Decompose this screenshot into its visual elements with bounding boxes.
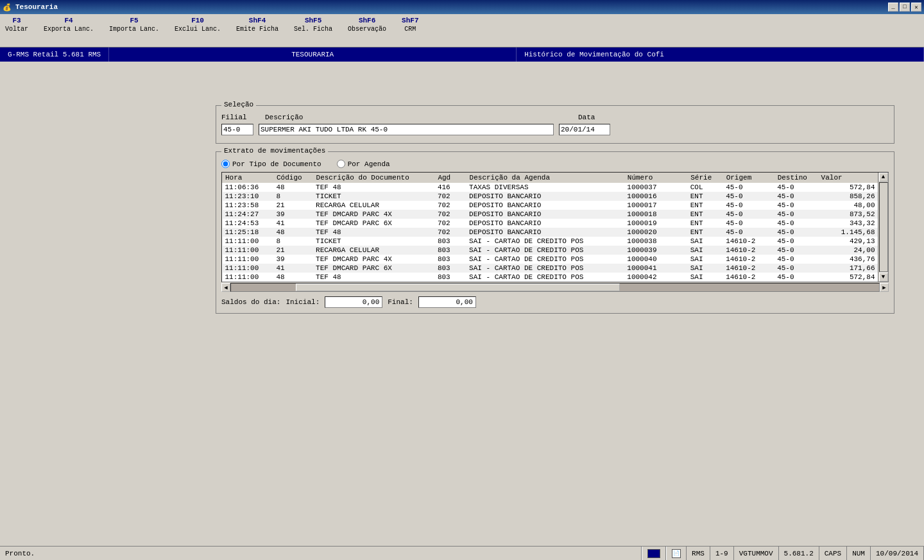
table-row[interactable]: 11:11:0021RECARGA CELULAR803SAI - CARTAO… [223, 246, 878, 255]
hscroll-thumb[interactable] [296, 284, 620, 291]
close-button[interactable]: ✕ [911, 3, 921, 12]
cell-dagenda: DEPOSITO BANCARIO [466, 228, 624, 237]
table-row[interactable]: 11:24:2739TEF DMCARD PARC 4X702DEPOSITO … [223, 210, 878, 219]
radio-tipo-doc[interactable]: Por Tipo de Documento [221, 160, 321, 168]
hscroll-track[interactable] [230, 283, 880, 292]
col-desc-header: Descrição do Documento [313, 173, 435, 183]
cell-codigo: 21 [274, 201, 314, 210]
toolbar-f5-label: Importa Lanc. [109, 26, 159, 33]
radio-agenda-input[interactable] [337, 160, 345, 168]
toolbar-shf4-label: Emite Ficha [236, 26, 278, 33]
cell-codigo: 39 [274, 210, 314, 219]
status-user: VGTUMMOV [734, 547, 779, 560]
app-icon: 💰 [3, 3, 12, 12]
cell-codigo: 48 [274, 273, 314, 282]
cell-descricao: RECARGA CELULAR [313, 246, 435, 255]
toolbar-shf4[interactable]: ShF4 Emite Ficha [236, 17, 278, 33]
cell-destino: 45-0 [774, 219, 818, 228]
scroll-thumb[interactable] [879, 182, 888, 272]
horizontal-scrollbar[interactable]: ◀ ▶ [221, 282, 889, 293]
scroll-right-button[interactable]: ▶ [880, 283, 889, 292]
table-row[interactable]: 11:23:108TICKET702DEPOSITO BANCARIO10000… [223, 192, 878, 201]
cell-descricao: TEF DMCARD PARC 6X [313, 219, 435, 228]
toolbar-shf5-label: Sel. Ficha [294, 26, 332, 33]
cell-numero: 1000020 [624, 228, 687, 237]
toolbar-shf5[interactable]: ShF5 Sel. Ficha [294, 17, 332, 33]
cell-agd: 803 [435, 273, 466, 282]
movimentacoes-table: Hora Código Descrição do Documento Agd D… [222, 173, 878, 282]
minimize-button[interactable]: _ [888, 3, 898, 12]
cell-hora: 11:06:36 [223, 183, 274, 192]
final-label: Final: [388, 298, 413, 306]
toolbar-shf4-key: ShF4 [249, 17, 266, 24]
cell-numero: 1000017 [624, 201, 687, 210]
table-row[interactable]: 11:23:5821RECARGA CELULAR702DEPOSITO BAN… [223, 201, 878, 210]
cell-hora: 11:11:00 [223, 264, 274, 273]
scroll-left-button[interactable]: ◀ [221, 283, 230, 292]
cell-hora: 11:11:00 [223, 246, 274, 255]
saldo-inicial-input[interactable] [325, 296, 382, 308]
toolbar-shf7-label: CRM [404, 26, 416, 33]
cell-origem: 45-0 [723, 192, 774, 201]
cell-dagenda: DEPOSITO BANCARIO [466, 210, 624, 219]
cell-dagenda: SAI - CARTAO DE CREDITO POS [466, 264, 624, 273]
cell-hora: 11:11:00 [223, 273, 274, 282]
col-codigo-header: Código [274, 173, 314, 183]
toolbar-f10-label: Exclui Lanc. [175, 26, 221, 33]
toolbar-f10[interactable]: F10 Exclui Lanc. [175, 17, 221, 33]
app-bar-center: TESOURARIA [109, 47, 517, 62]
radio-agenda[interactable]: Por Agenda [337, 160, 390, 168]
cell-origem: 14610-2 [723, 237, 774, 246]
cell-valor: 873,52 [818, 210, 877, 219]
saldos-label: Saldos do dia: [221, 298, 280, 306]
scroll-down-button[interactable]: ▼ [879, 273, 888, 282]
desc-header: Descrição [265, 114, 573, 121]
cell-dagenda: TAXAS DIVERSAS [466, 183, 624, 192]
cell-descricao: RECARGA CELULAR [313, 201, 435, 210]
scroll-up-button[interactable]: ▲ [879, 173, 888, 182]
cell-valor: 572,84 [818, 273, 877, 282]
table-row[interactable]: 11:11:0041TEF DMCARD PARC 6X803SAI - CAR… [223, 264, 878, 273]
table-row[interactable]: 11:11:0039TEF DMCARD PARC 4X803SAI - CAR… [223, 255, 878, 264]
status-version: 5.681.2 [779, 547, 819, 560]
table-row[interactable]: 11:06:3648TEF 48416TAXAS DIVERSAS1000037… [223, 183, 878, 192]
toolbar-f4[interactable]: F4 Exporta Lanc. [44, 17, 94, 33]
monitor-icon [647, 549, 660, 558]
cell-destino: 45-0 [774, 228, 818, 237]
selecao-value-row [221, 124, 889, 135]
cell-dagenda: DEPOSITO BANCARIO [466, 192, 624, 201]
cell-valor: 858,26 [818, 192, 877, 201]
cell-agd: 803 [435, 246, 466, 255]
table-row[interactable]: 11:11:0048TEF 48803SAI - CARTAO DE CREDI… [223, 273, 878, 282]
vertical-scrollbar[interactable]: ▲ ▼ [878, 173, 888, 282]
filial-input[interactable] [221, 124, 253, 135]
toolbar-f5[interactable]: F5 Importa Lanc. [109, 17, 159, 33]
toolbar: F3 Voltar F4 Exporta Lanc. F5 Importa La… [0, 14, 924, 47]
cell-hora: 11:11:00 [223, 255, 274, 264]
cell-dagenda: DEPOSITO BANCARIO [466, 219, 624, 228]
cell-valor: 24,00 [818, 246, 877, 255]
radio-group: Por Tipo de Documento Por Agenda [221, 160, 889, 168]
extrato-title: Extrato de movimentações [221, 147, 328, 155]
cell-codigo: 39 [274, 255, 314, 264]
table-row[interactable]: 11:11:008TICKET803SAI - CARTAO DE CREDIT… [223, 237, 878, 246]
status-ready: Pronto. [0, 547, 642, 560]
data-input[interactable] [559, 124, 610, 135]
cell-origem: 45-0 [723, 201, 774, 210]
cell-codigo: 21 [274, 246, 314, 255]
cell-agd: 702 [435, 219, 466, 228]
table-row[interactable]: 11:25:1848TEF 48702DEPOSITO BANCARIO1000… [223, 228, 878, 237]
table-inner: Hora Código Descrição do Documento Agd D… [222, 173, 878, 282]
radio-tipo-doc-input[interactable] [221, 160, 230, 168]
toolbar-f3[interactable]: F3 Voltar [5, 17, 28, 33]
toolbar-shf7[interactable]: ShF7 CRM [402, 17, 418, 33]
table-row[interactable]: 11:24:5341TEF DMCARD PARC 6X702DEPOSITO … [223, 219, 878, 228]
toolbar-shf6[interactable]: ShF6 Observação [348, 17, 386, 33]
maximize-button[interactable]: □ [900, 3, 910, 12]
saldo-final-input[interactable] [418, 296, 476, 308]
cell-destino: 45-0 [774, 183, 818, 192]
cell-destino: 45-0 [774, 210, 818, 219]
table-container: Hora Código Descrição do Documento Agd D… [221, 172, 889, 282]
descricao-input[interactable] [259, 124, 554, 135]
status-file-icon: 📄 [666, 547, 687, 560]
